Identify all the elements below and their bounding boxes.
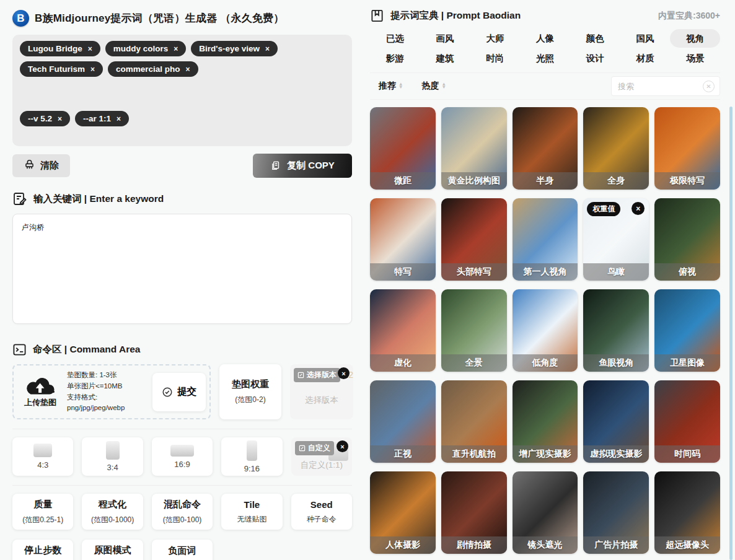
remove-tag-icon[interactable]: × — [88, 45, 92, 53]
tab-场景[interactable]: 场景 — [670, 49, 720, 68]
tile-label: 直升机航拍 — [441, 445, 507, 463]
prompt-tile[interactable]: 正视 — [370, 380, 436, 463]
tab-影游[interactable]: 影游 — [370, 49, 420, 68]
search-input[interactable] — [617, 81, 699, 92]
param-card-程式化[interactable]: 程式化(范围0-1000) — [82, 494, 143, 530]
tile-label: 黄金比例构图 — [441, 172, 507, 190]
pad-image-weight-card[interactable]: 垫图权重 (范围0-2) — [219, 364, 281, 419]
ratio-card-4-3[interactable]: 4:3 — [12, 437, 73, 476]
prompt-tile[interactable]: 人体摄影 — [370, 471, 436, 554]
tile-label: 剧情拍摄 — [441, 536, 507, 554]
param-card-Tile[interactable]: Tile无缝贴图 — [221, 494, 282, 530]
remove-tag-icon[interactable]: × — [117, 115, 121, 123]
param-card-停止步数[interactable]: 停止步数(范围10-100) — [12, 540, 73, 560]
prompt-tile[interactable]: 半身 — [513, 107, 578, 190]
tab-已选[interactable]: 已选 — [370, 29, 420, 48]
prompt-tile[interactable]: 低角度 — [513, 289, 578, 372]
prompt-tile[interactable]: 全身 — [583, 107, 649, 190]
prompt-tile[interactable]: 剧情拍摄 — [441, 471, 507, 554]
ratio-card-9-16[interactable]: 9:16 — [221, 437, 282, 476]
prompt-tile[interactable]: 头部特写 — [441, 198, 507, 281]
prompt-tag[interactable]: Tech Futurism× — [20, 61, 103, 77]
prompt-tile[interactable]: 虚拟现实摄影 — [583, 380, 649, 463]
upload-pad-image-button[interactable]: 上传垫图 垫图数量: 1-3张 单张图片<=10MB 支持格式: png/jpg… — [12, 364, 211, 419]
tab-设计[interactable]: 设计 — [570, 49, 620, 68]
keyword-input[interactable]: 卢沟桥 — [12, 214, 352, 324]
sort-recommend[interactable]: 推荐 ▲▼ — [379, 81, 403, 92]
clear-button[interactable]: 清除 — [12, 154, 70, 177]
remove-tag-icon[interactable]: × — [186, 65, 190, 74]
prompt-tag[interactable]: --ar 1:1× — [75, 111, 129, 126]
tab-国风[interactable]: 国风 — [620, 29, 671, 48]
close-version-icon[interactable]: × — [338, 367, 350, 379]
tab-材质[interactable]: 材质 — [620, 49, 671, 68]
tab-颜色[interactable]: 颜色 — [570, 29, 620, 48]
remove-tag-icon[interactable]: × — [58, 115, 62, 123]
prompt-tile[interactable]: 镜头遮光 — [513, 471, 578, 554]
param-title: 程式化 — [99, 499, 126, 510]
prompt-tile[interactable]: 俯视 — [654, 198, 720, 281]
prompt-tile[interactable]: 超远摄像头 — [654, 471, 720, 554]
prompt-tag[interactable]: Bird's-eye view× — [191, 41, 278, 56]
sort-arrows-icon: ▲▼ — [441, 83, 446, 89]
remove-tag-icon[interactable]: × — [265, 45, 270, 53]
param-card-负面词[interactable]: 负面词--no — [152, 540, 213, 560]
prompt-tile[interactable]: 增广现实摄影 — [513, 380, 578, 463]
param-card-原图模式[interactable]: 原图模式(RAW模式) — [82, 540, 143, 560]
sort-hot-label: 热度 — [421, 81, 439, 92]
select-version-badge[interactable]: 选择版本 — [294, 368, 340, 382]
tab-建筑[interactable]: 建筑 — [420, 49, 470, 68]
prompt-tile[interactable]: 虚化 — [370, 289, 436, 372]
ratio-card-3-4[interactable]: 3:4 — [82, 437, 143, 476]
keyword-section-title: 输入关键词 | Enter a keyword — [33, 193, 164, 206]
tile-label: 特写 — [370, 263, 436, 281]
prompt-tile[interactable]: 第一人视角 — [513, 198, 578, 281]
remove-tag-icon[interactable]: × — [174, 45, 178, 53]
prompt-tile[interactable]: 卫星图像 — [654, 289, 720, 372]
prompt-tile[interactable]: 全景 — [441, 289, 507, 372]
param-card-混乱命令[interactable]: 混乱命令(范围0-100) — [152, 494, 213, 530]
prompt-tile[interactable]: 微距 — [370, 107, 436, 190]
edit-badge-icon — [299, 445, 306, 452]
param-card-Seed[interactable]: Seed种子命令 — [291, 494, 352, 530]
ratio-label: 3:4 — [107, 463, 118, 472]
prompt-tag[interactable]: commercial pho× — [108, 61, 198, 77]
tab-大师[interactable]: 大师 — [470, 29, 520, 48]
tab-视角[interactable]: 视角 — [670, 29, 720, 48]
prompt-tile[interactable]: 黄金比例构图 — [441, 107, 507, 190]
prompt-tile[interactable]: 特写 — [370, 198, 436, 281]
prompt-tag[interactable]: Lugou Bridge× — [20, 41, 100, 56]
tab-人像[interactable]: 人像 — [520, 29, 570, 48]
param-title: 混乱命令 — [164, 499, 201, 510]
tab-时尚[interactable]: 时尚 — [470, 49, 520, 68]
prompt-tile[interactable]: 广告片拍摄 — [583, 471, 649, 554]
custom-ratio-badge[interactable]: 自定义 — [295, 441, 334, 455]
select-version-card[interactable]: 选择版本 × mj 5.2 选择版本 — [290, 364, 353, 419]
keyword-section-heading: 输入关键词 | Enter a keyword — [12, 191, 352, 206]
prompt-tile[interactable]: 极限特写 — [654, 107, 720, 190]
copy-button[interactable]: 复制 COPY — [253, 154, 352, 178]
prompt-tile[interactable]: 直升机航拍 — [441, 380, 507, 463]
prompt-tile[interactable]: 鱼眼视角 — [583, 289, 649, 372]
tab-光照[interactable]: 光照 — [520, 49, 570, 68]
aspect-ratio-row: 4:33:416:99:16 自定义 × 自定义(1:1) — [12, 437, 352, 476]
prompt-tile[interactable]: 权重值×鸟瞰 — [583, 198, 649, 281]
remove-tag-icon[interactable]: × — [90, 65, 95, 74]
submit-button[interactable]: 提交 — [152, 373, 206, 411]
prompt-tile[interactable]: 时间码 — [654, 380, 720, 463]
prompt-tag[interactable]: muddy colors× — [105, 41, 187, 56]
prompt-tag[interactable]: --v 5.2× — [20, 111, 70, 126]
param-title: Seed — [310, 499, 333, 510]
scrollbar-thumb[interactable] — [729, 107, 733, 560]
search-clear-icon[interactable]: ✕ — [703, 81, 715, 92]
tile-label: 正视 — [370, 445, 436, 463]
weight-value-badge[interactable]: 权重值 — [587, 202, 620, 216]
command-section-title: 命令区 | Command Area — [33, 343, 140, 356]
clear-brush-icon — [24, 160, 35, 172]
sort-hot[interactable]: 热度 ▲▼ — [421, 81, 446, 92]
tab-画风[interactable]: 画风 — [420, 29, 470, 48]
tile-label: 广告片拍摄 — [583, 536, 649, 554]
custom-ratio-card[interactable]: 自定义 × 自定义(1:1) — [291, 437, 352, 476]
ratio-card-16-9[interactable]: 16:9 — [152, 437, 213, 476]
param-card-质量[interactable]: 质量(范围0.25-1) — [12, 494, 73, 530]
